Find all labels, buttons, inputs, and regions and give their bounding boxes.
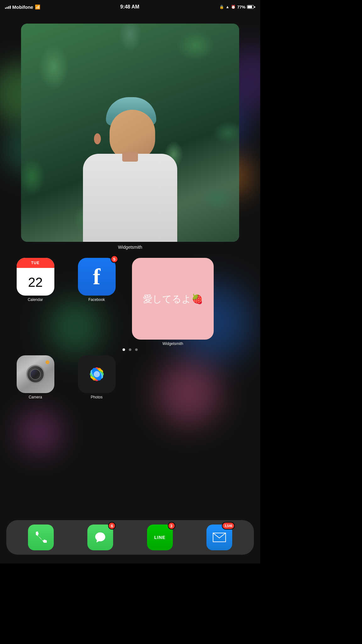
messages-icon: 6 (87, 525, 113, 550)
alarm-icon: ⏰ (231, 5, 236, 9)
photos-icon (78, 355, 116, 393)
page-dots (0, 348, 260, 351)
mail-icon: 3,546 (206, 525, 232, 550)
facebook-app[interactable]: f 5 Facebook (71, 258, 123, 346)
app-grid: TUE 22 Calendar f 5 Facebook 愛してるよ🍓 Widg… (0, 258, 260, 409)
camera-label: Camera (29, 395, 42, 399)
line-dock-app[interactable]: LINE 3 (147, 525, 173, 550)
time-label: 9:48 AM (120, 4, 139, 10)
photos-flower-svg (84, 362, 109, 387)
facebook-icon: f 5 (78, 258, 116, 296)
widgetsmith-large-widget[interactable]: 愛してるよ🍓 Widgetsmith (132, 258, 214, 346)
mail-dock-app[interactable]: 3,546 (206, 525, 232, 550)
widgetsmith-photo-label: Widgetsmith (0, 245, 260, 250)
app-row-1: TUE 22 Calendar f 5 Facebook 愛してるよ🍓 Widg… (9, 258, 251, 346)
page-dot-2[interactable] (129, 348, 131, 351)
camera-app[interactable]: Camera (9, 355, 61, 399)
photo-widget[interactable] (21, 24, 239, 242)
photos-label: Photos (91, 395, 102, 399)
calendar-day: TUE (17, 258, 54, 268)
facebook-label: Facebook (88, 297, 105, 302)
calendar-app[interactable]: TUE 22 Calendar (9, 258, 61, 346)
widgetsmith-widget[interactable]: 愛してるよ🍓 (132, 258, 214, 340)
svg-point-12 (94, 371, 100, 377)
carrier-label: Mobifone (12, 4, 33, 10)
widgetsmith-label: Widgetsmith (162, 341, 183, 346)
status-left: Mobifone 📶 (5, 4, 40, 10)
facebook-badge: 5 (111, 255, 118, 263)
calendar-date: 22 (28, 276, 43, 289)
status-bar: Mobifone 📶 9:48 AM 🔒 ▲ ⏰ 77% (0, 0, 260, 14)
phone-icon (28, 525, 54, 550)
line-badge: 3 (168, 522, 175, 530)
phone-dock-app[interactable] (28, 525, 54, 550)
calendar-icon: TUE 22 (17, 258, 54, 296)
messages-dock-app[interactable]: 6 (87, 525, 113, 550)
camera-icon (17, 355, 54, 393)
line-icon: LINE 3 (147, 525, 173, 550)
battery-icon (247, 5, 255, 9)
lock-icon: 🔒 (219, 5, 224, 9)
location-icon: ▲ (226, 5, 229, 9)
app-row-2: Camera (9, 355, 251, 399)
mail-badge: 3,546 (222, 522, 235, 530)
messages-badge: 6 (108, 522, 116, 530)
signal-icon (5, 5, 11, 9)
widget-text: 愛してるよ🍓 (143, 293, 203, 305)
battery-percent: 77% (237, 5, 245, 9)
photos-app[interactable]: Photos (71, 355, 123, 399)
wifi-icon: 📶 (35, 4, 40, 9)
dock: 6 LINE 3 3,546 (6, 520, 254, 555)
calendar-label: Calendar (28, 297, 43, 302)
page-dot-3[interactable] (135, 348, 138, 351)
page-dot-1[interactable] (123, 348, 125, 351)
status-right: 🔒 ▲ ⏰ 77% (219, 5, 255, 9)
